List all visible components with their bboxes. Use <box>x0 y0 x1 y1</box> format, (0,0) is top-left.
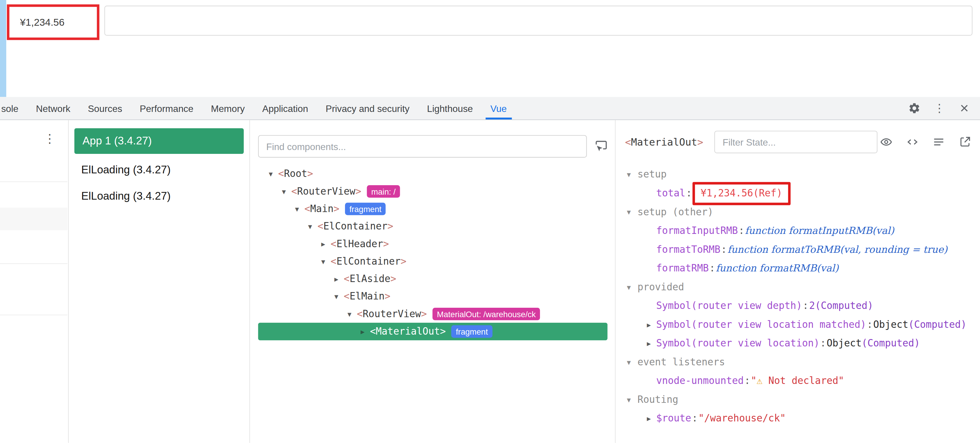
component-tag: <ElHeader> <box>331 238 389 250</box>
caret-down-icon[interactable]: ▼ <box>627 396 637 403</box>
state-item-total[interactable]: total : ¥1,234.56(Ref) <box>616 184 980 203</box>
key-value-separator: : <box>820 338 826 349</box>
state-group-routing[interactable]: ▼Routing <box>616 390 980 410</box>
state-key: formatInputRMB <box>656 225 738 236</box>
tree-node-elheader[interactable]: ▶<ElHeader> <box>250 235 615 252</box>
tab-performance[interactable]: Performance <box>140 97 194 120</box>
tree-node-elcontainer[interactable]: ▼<ElContainer> <box>250 218 615 235</box>
tree-node-elmain[interactable]: ▼<ElMain> <box>250 288 615 305</box>
app-selector-current[interactable]: App 1 (3.4.27) <box>74 128 244 154</box>
caret-down-icon[interactable]: ▼ <box>627 208 637 215</box>
code-icon[interactable] <box>904 133 921 151</box>
state-tree: ▼setuptotal : ¥1,234.56(Ref)▼setup (othe… <box>616 165 980 443</box>
badge-main: main: / <box>367 185 400 198</box>
app-item-1[interactable]: ElLoading (3.4.27) <box>69 183 249 209</box>
component-search-input[interactable] <box>258 135 587 158</box>
state-inspector-header: <MaterialOut> <box>625 128 974 156</box>
state-value: Object(Computed) <box>827 338 920 349</box>
state-group-setup[interactable]: ▼setup <box>616 165 980 184</box>
state-item-symbol-router-view-depth[interactable]: Symbol(router view depth) : 2(Computed) <box>616 296 980 316</box>
caret-down-icon[interactable]: ▼ <box>321 258 331 265</box>
tree-node-materialout[interactable]: ▶<MaterialOut>fragment <box>258 323 608 340</box>
external-link-icon[interactable] <box>956 133 974 151</box>
caret-down-icon[interactable]: ▼ <box>627 359 637 366</box>
state-group-label: setup <box>637 169 667 180</box>
tab-application[interactable]: Application <box>262 97 308 120</box>
caret-down-icon[interactable]: ▼ <box>269 170 278 177</box>
state-item-symbol-router-view-location-matched[interactable]: ▶Symbol(router view location matched) : … <box>616 315 980 334</box>
state-item-formatrmb[interactable]: formatRMB : function formatRMB(val) <box>616 259 980 278</box>
tab-vue[interactable]: Vue <box>490 97 507 120</box>
inspect-component-icon[interactable] <box>593 138 610 155</box>
tab-network[interactable]: Network <box>36 97 70 120</box>
state-value-part: ⚠ <box>757 375 762 387</box>
tab-lighthouse[interactable]: Lighthouse <box>427 97 473 120</box>
component-search-row <box>258 135 610 158</box>
amount-input[interactable]: ¥1,234.56 <box>10 16 65 28</box>
state-value-part: Object <box>827 338 862 349</box>
caret-down-icon[interactable]: ▼ <box>308 223 318 230</box>
state-item-formattormb[interactable]: formatToRMB : function formatToRMB(val, … <box>616 240 980 259</box>
tree-node-elaside[interactable]: ▶<ElAside> <box>250 270 615 288</box>
tab-privacy-and-security[interactable]: Privacy and security <box>326 97 409 120</box>
tab-sources[interactable]: Sources <box>88 97 123 120</box>
caret-down-icon[interactable]: ▼ <box>282 188 291 195</box>
state-item-symbol-router-view-location[interactable]: ▶Symbol(router view location) : Object(C… <box>616 334 980 353</box>
kebab-icon[interactable]: ⋮ <box>44 132 56 144</box>
state-group-provided[interactable]: ▼provided <box>616 277 980 296</box>
key-value-separator: : <box>803 300 808 312</box>
annotation-box: ¥1,234.56(Ref) <box>692 182 791 205</box>
caret-right-icon[interactable]: ▶ <box>361 328 370 335</box>
state-key: formatToRMB <box>656 244 720 255</box>
state-value-part: function formatInputRMB(val) <box>745 225 894 236</box>
gear-icon[interactable] <box>907 101 921 115</box>
close-icon[interactable]: × <box>958 101 972 115</box>
state-value: function formatRMB(val) <box>716 263 838 274</box>
badge-fragment: fragment <box>452 325 492 338</box>
caret-right-icon[interactable]: ▶ <box>647 415 656 422</box>
state-item-vnode-unmounted[interactable]: vnode-unmounted : "⚠ Not declared" <box>616 371 980 390</box>
component-tag: <RouterView> <box>291 186 361 197</box>
state-group-event-listeners[interactable]: ▼event listeners <box>616 353 980 371</box>
caret-right-icon[interactable]: ▶ <box>321 240 331 247</box>
eye-icon[interactable] <box>878 133 895 151</box>
state-item-formatinputrmb[interactable]: formatInputRMB : function formatInputRMB… <box>616 222 980 241</box>
caret-down-icon[interactable]: ▼ <box>627 283 637 291</box>
caret-down-icon[interactable]: ▼ <box>627 171 637 178</box>
caret-right-icon[interactable]: ▶ <box>334 275 344 283</box>
caret-down-icon[interactable]: ▼ <box>334 293 344 300</box>
kebab-icon[interactable]: ⋮ <box>932 101 947 115</box>
tab-sole[interactable]: sole <box>1 97 18 120</box>
badge-materialout-warehouse-ck: MaterialOut: /warehouse/ck <box>433 308 540 320</box>
tree-node-main[interactable]: ▼<Main>fragment <box>250 200 615 218</box>
state-group-setup-other[interactable]: ▼setup (other) <box>616 202 980 222</box>
tab-memory[interactable]: Memory <box>211 97 245 120</box>
state-value-part: Object <box>873 319 908 330</box>
tree-node-elcontainer[interactable]: ▼<ElContainer> <box>250 253 615 270</box>
page-input-long[interactable] <box>105 6 973 36</box>
state-key: Symbol(router view location) <box>656 338 819 349</box>
caret-down-icon[interactable]: ▼ <box>295 205 304 213</box>
component-tree-column: ▼<Root>▼<RouterView>main: /▼<Main>fragme… <box>250 120 616 443</box>
state-key: vnode-unmounted <box>656 375 744 387</box>
state-inspector-icons <box>878 133 974 151</box>
page-content: ¥1,234.56 <box>0 0 980 97</box>
tree-node-root[interactable]: ▼<Root> <box>250 165 615 183</box>
list-icon[interactable] <box>930 133 947 151</box>
app-selector-column: App 1 (3.4.27) ElLoading (3.4.27)ElLoadi… <box>69 120 250 443</box>
state-group-label: provided <box>637 282 684 293</box>
state-value: 2(Computed) <box>809 300 873 312</box>
selected-component-tag: <MaterialOut> <box>625 136 703 148</box>
state-value-part: 2(Computed) <box>809 300 873 312</box>
caret-right-icon[interactable]: ▶ <box>647 339 656 347</box>
state-value-part: function formatToRMB(val, rounding = tru… <box>727 244 947 255</box>
caret-down-icon[interactable]: ▼ <box>348 310 357 317</box>
tree-node-routerview[interactable]: ▼<RouterView>MaterialOut: /warehouse/ck <box>250 305 615 323</box>
tree-node-routerview[interactable]: ▼<RouterView>main: / <box>250 183 615 200</box>
component-tag: <Root> <box>278 168 313 180</box>
devtools-tabbar-icons: ⋮ × <box>907 101 980 115</box>
caret-right-icon[interactable]: ▶ <box>647 321 656 328</box>
app-item-0[interactable]: ElLoading (3.4.27) <box>69 156 249 183</box>
filter-state-input[interactable] <box>714 131 877 153</box>
state-item-route[interactable]: ▶$route : "/warehouse/ck" <box>616 409 980 428</box>
